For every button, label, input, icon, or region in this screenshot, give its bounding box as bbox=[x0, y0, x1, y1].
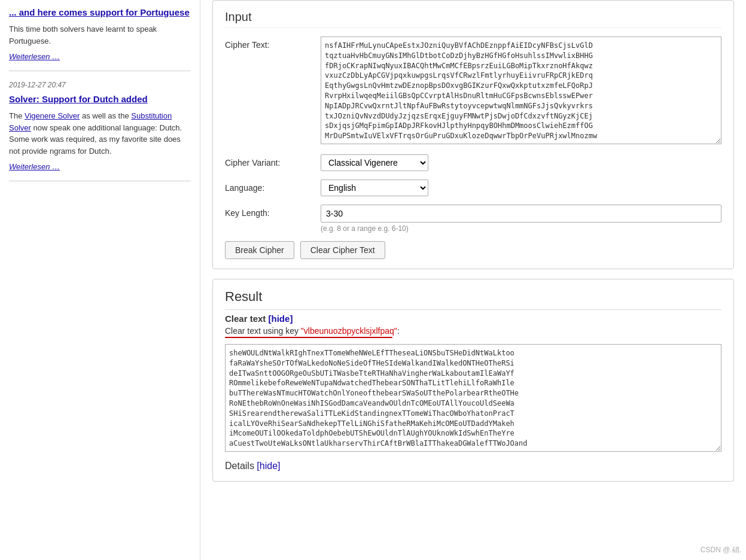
details-title: Details [hide] bbox=[225, 461, 721, 471]
language-label: Language: bbox=[225, 179, 321, 193]
language-select[interactable]: English German Portuguese Dutch bbox=[321, 179, 428, 196]
button-group: Break Cipher Clear Cipher Text bbox=[225, 241, 721, 259]
key-line-suffix: : bbox=[397, 326, 400, 336]
key-length-hint: (e.g. 8 or a range e.g. 6-10) bbox=[321, 224, 721, 233]
cipher-variant-select[interactable]: Classical Vigenere Beaufort Variant Beau… bbox=[321, 154, 428, 171]
language-group: Language: English German Portuguese Dutc… bbox=[225, 179, 721, 196]
cipher-variant-label: Cipher Variant: bbox=[225, 154, 321, 168]
key-value: "vlbeunuozbpycklsjxlfpaq" bbox=[301, 326, 397, 336]
key-line-wrapper: Clear text using key "vlbeunuozbpycklsjx… bbox=[225, 326, 721, 338]
input-section-title: Input bbox=[225, 10, 721, 28]
key-length-label: Key Length: bbox=[225, 205, 321, 218]
sidebar-article-2-date: 2019-12-27 20:47 bbox=[9, 81, 191, 89]
cipher-variant-group: Cipher Variant: Classical Vigenere Beauf… bbox=[225, 154, 721, 171]
sidebar-article-1-body: This time both solvers have learnt to sp… bbox=[9, 23, 191, 47]
key-length-group: Key Length: (e.g. 8 or a range e.g. 6-10… bbox=[225, 205, 721, 233]
watermark: CSDN @.硝. bbox=[701, 545, 741, 555]
sidebar-article-2-readmore[interactable]: Weiterlesen … bbox=[9, 162, 60, 171]
cipher-text-label: Cipher Text: bbox=[225, 36, 321, 50]
clear-cipher-button[interactable]: Clear Cipher Text bbox=[300, 241, 385, 259]
language-control: English German Portuguese Dutch bbox=[321, 179, 721, 196]
sidebar-article-2-title[interactable]: Solver: Support for Dutch added bbox=[9, 93, 191, 105]
sidebar: ... and here comes support for Portugues… bbox=[0, 0, 200, 560]
result-text-area[interactable] bbox=[225, 344, 721, 452]
main-content: Input Cipher Text: Cipher Variant: Class… bbox=[200, 0, 746, 560]
input-section: Input Cipher Text: Cipher Variant: Class… bbox=[212, 0, 734, 269]
clear-text-header: Clear text [hide] bbox=[225, 314, 721, 324]
key-line-prefix: Clear text using key bbox=[225, 326, 301, 336]
sidebar-article-1: ... and here comes support for Portugues… bbox=[9, 6, 191, 71]
cipher-text-group: Cipher Text: bbox=[225, 36, 721, 146]
cipher-text-input[interactable] bbox=[321, 36, 721, 144]
vigenere-solver-link[interactable]: Vigenere Solver bbox=[25, 111, 80, 120]
hide-clear-text-link[interactable]: [hide] bbox=[269, 314, 293, 324]
cipher-variant-control: Classical Vigenere Beaufort Variant Beau… bbox=[321, 154, 721, 171]
result-section: Result Clear text [hide] Clear text usin… bbox=[212, 279, 734, 482]
cipher-text-control bbox=[321, 36, 721, 146]
sidebar-article-2-body: The Vigenere Solver as well as the Subst… bbox=[9, 110, 191, 157]
sidebar-article-2: 2019-12-27 20:47 Solver: Support for Dut… bbox=[9, 81, 191, 181]
key-underline bbox=[225, 337, 392, 338]
key-length-input[interactable] bbox=[321, 205, 721, 223]
hide-details-link[interactable]: [hide] bbox=[257, 461, 280, 471]
result-section-title: Result bbox=[225, 289, 721, 310]
sidebar-article-1-title[interactable]: ... and here comes support for Portugues… bbox=[9, 6, 191, 19]
sidebar-article-1-readmore[interactable]: Weiterlesen … bbox=[9, 52, 60, 61]
key-length-control: (e.g. 8 or a range e.g. 6-10) bbox=[321, 205, 721, 233]
break-cipher-button[interactable]: Break Cipher bbox=[225, 241, 294, 259]
